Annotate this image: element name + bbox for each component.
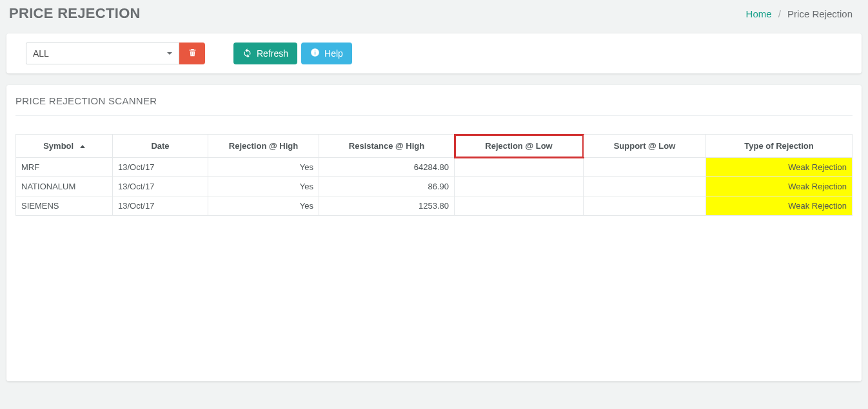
breadcrumb-home-link[interactable]: Home xyxy=(746,8,772,19)
breadcrumb-separator: / xyxy=(778,8,781,19)
cell-rej_high: Yes xyxy=(208,158,319,177)
cell-res_high: 1253.80 xyxy=(319,196,455,216)
refresh-button[interactable]: Refresh xyxy=(233,43,297,64)
col-header-rejection-high[interactable]: Rejection @ High xyxy=(208,135,319,158)
help-button[interactable]: Help xyxy=(301,43,352,64)
col-header-symbol-label: Symbol xyxy=(43,141,74,151)
trash-icon xyxy=(188,48,197,59)
info-icon xyxy=(310,48,320,59)
help-label: Help xyxy=(324,48,343,59)
sort-asc-icon xyxy=(80,145,85,148)
filter-select[interactable]: ALL xyxy=(26,43,179,64)
cell-date: 13/Oct/17 xyxy=(113,158,208,177)
page-title: PRICE REJECTION xyxy=(9,5,141,22)
delete-button[interactable] xyxy=(179,43,205,64)
cell-symbol: SIEMENS xyxy=(16,196,113,216)
col-header-symbol[interactable]: Symbol xyxy=(16,135,113,158)
cell-type: Weak Rejection xyxy=(706,196,853,216)
breadcrumb-current: Price Rejection xyxy=(787,8,853,19)
breadcrumb: Home / Price Rejection xyxy=(746,8,853,19)
chevron-down-icon xyxy=(167,52,172,55)
toolbar-panel: ALL Refresh Help xyxy=(6,33,862,73)
cell-res_high: 86.90 xyxy=(319,177,455,196)
cell-symbol: MRF xyxy=(16,158,113,177)
col-header-support-low[interactable]: Support @ Low xyxy=(584,135,706,158)
cell-symbol: NATIONALUM xyxy=(16,177,113,196)
cell-sup_low xyxy=(584,196,706,216)
cell-rej_low xyxy=(455,196,584,216)
action-buttons: Refresh Help xyxy=(233,43,352,64)
table-row: MRF13/Oct/17Yes64284.80Weak Rejection xyxy=(16,158,853,177)
cell-rej_low xyxy=(455,177,584,196)
refresh-icon xyxy=(242,48,252,59)
table-row: NATIONALUM13/Oct/17Yes86.90Weak Rejectio… xyxy=(16,177,853,196)
cell-sup_low xyxy=(584,177,706,196)
scanner-panel: PRICE REJECTION SCANNER Symbol Date Reje… xyxy=(6,85,862,381)
col-header-type[interactable]: Type of Rejection xyxy=(706,135,853,158)
cell-type: Weak Rejection xyxy=(706,177,853,196)
table-row: SIEMENS13/Oct/17Yes1253.80Weak Rejection xyxy=(16,196,853,216)
cell-date: 13/Oct/17 xyxy=(113,196,208,216)
refresh-label: Refresh xyxy=(257,48,288,59)
filter-group: ALL xyxy=(26,43,205,64)
col-header-resistance-high[interactable]: Resistance @ High xyxy=(319,135,455,158)
cell-type: Weak Rejection xyxy=(706,158,853,177)
cell-rej_high: Yes xyxy=(208,177,319,196)
scanner-title: PRICE REJECTION SCANNER xyxy=(15,95,853,116)
cell-res_high: 64284.80 xyxy=(319,158,455,177)
cell-rej_high: Yes xyxy=(208,196,319,216)
cell-sup_low xyxy=(584,158,706,177)
cell-rej_low xyxy=(455,158,584,177)
cell-date: 13/Oct/17 xyxy=(113,177,208,196)
filter-select-value: ALL xyxy=(33,48,49,59)
col-header-date[interactable]: Date xyxy=(113,135,208,158)
scanner-table: Symbol Date Rejection @ High Resistance … xyxy=(15,134,853,216)
col-header-rejection-low[interactable]: Rejection @ Low xyxy=(455,135,584,158)
